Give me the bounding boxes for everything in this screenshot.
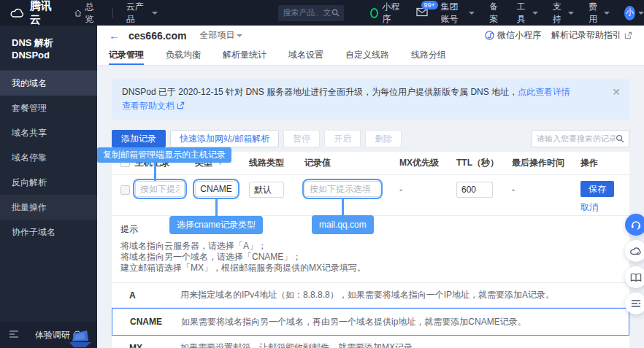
- nav-group-account[interactable]: 集团账号: [441, 1, 475, 26]
- search-icon[interactable]: [616, 134, 624, 143]
- user-avatar[interactable]: 小: [624, 6, 635, 20]
- tencent-cloud-logo[interactable]: 腾讯云: [10, 0, 57, 27]
- chevron-down-icon: [604, 12, 610, 15]
- home-icon: [74, 9, 82, 18]
- chevron-down-icon[interactable]: [638, 12, 644, 15]
- host-record-input[interactable]: [135, 181, 185, 197]
- cancel-link[interactable]: 取消: [580, 201, 621, 214]
- sidebar-title: DNS 解析 DNSPod: [0, 26, 97, 71]
- sidebar-item-domain-parking[interactable]: 域名停靠: [0, 145, 97, 170]
- content-area: DNSPod 已于 2020-12-15 针对 DNS 服务器地址进行全面升级，…: [97, 66, 644, 348]
- record-type-row-mx: MX 如果需要设置邮箱，让邮箱能收到邮件，就需要添加MX记录。: [112, 336, 629, 348]
- nav-icp[interactable]: 备案: [489, 1, 502, 26]
- quick-add-button[interactable]: 快速添加网站/邮箱解析: [170, 130, 279, 147]
- nav-products[interactable]: 云产品: [126, 1, 158, 26]
- search-icon: [331, 9, 340, 17]
- record-type-row-cname: CNAME 如果需要将域名指向另一个域名，再由另一个域名提供ip地址，就需要添加…: [112, 308, 629, 336]
- new-record-form-row: - - 保存 取消: [112, 175, 629, 216]
- ttl-input[interactable]: [456, 182, 493, 198]
- cloud-feedback-button[interactable]: [625, 240, 644, 262]
- list-icon: [631, 299, 641, 308]
- chevron-down-icon: [152, 12, 158, 15]
- close-icon[interactable]: ✕: [612, 85, 621, 99]
- global-search-input[interactable]: 搜索产品、文档...: [278, 5, 344, 21]
- save-button[interactable]: 保存: [580, 181, 614, 197]
- documentation-button[interactable]: [625, 266, 644, 288]
- survey-list-button[interactable]: [625, 293, 644, 314]
- banner-detail-link[interactable]: 点此查看详情: [518, 87, 570, 97]
- record-type-table: A 用来指定域名的IPv4地址（如：8.8.8.8），如果需要将域名指向一个IP…: [112, 282, 629, 348]
- tab-bar: 记录管理 负载均衡 解析量统计 域名设置 自定义线路 线路分组: [97, 45, 644, 66]
- wechat-miniprogram-link[interactable]: 微信小程序: [485, 29, 541, 42]
- survey-boat-illustration: [65, 328, 96, 348]
- start-button[interactable]: 开启: [324, 130, 361, 147]
- nav-messages[interactable]: 99+: [416, 7, 428, 19]
- type-input-highlight: [193, 179, 239, 199]
- tab-record-management[interactable]: 记录管理: [109, 45, 144, 65]
- tooltip-connector-line: [342, 198, 344, 217]
- open-book-icon: [630, 273, 642, 282]
- record-value-input[interactable]: [304, 181, 380, 197]
- floating-action-bar: [625, 214, 644, 314]
- record-search-box: [532, 130, 629, 147]
- collapse-sidebar-icon[interactable]: [9, 330, 19, 341]
- chevron-down-icon: [568, 12, 574, 15]
- delete-button[interactable]: 删除: [365, 130, 402, 147]
- tab-custom-lines[interactable]: 自定义线路: [345, 45, 389, 65]
- type-tooltip: 选择cname记录类型: [169, 216, 263, 234]
- nav-overview[interactable]: 总览: [74, 1, 99, 26]
- message-count-badge: 99+: [421, 1, 438, 9]
- page-header: ← ces666.com 全部项目 微信小程序 解析记录帮助指引: [97, 26, 644, 45]
- cloud-icon: [10, 7, 25, 19]
- back-arrow-icon[interactable]: ←: [109, 29, 120, 42]
- tab-resolution-statistics[interactable]: 解析量统计: [223, 45, 267, 65]
- tab-load-balancing[interactable]: 负载均衡: [166, 45, 201, 65]
- tip-line: 建立邮箱请选择「MX」，根据邮箱服务商提供的MX记录填写。: [120, 263, 621, 274]
- sidebar-footer: 体验调研: [0, 322, 97, 348]
- sidebar-item-domain-sharing[interactable]: 域名共享: [0, 120, 97, 145]
- nav-support[interactable]: 支持: [553, 1, 574, 26]
- nav-billing[interactable]: 费用: [589, 1, 610, 26]
- headset-icon: [630, 219, 642, 231]
- record-type-input[interactable]: [195, 181, 237, 197]
- sidebar-item-my-domains[interactable]: 我的域名: [0, 71, 97, 96]
- banner-text: DNSPod 已于 2020-12-15 针对 DNS 服务器地址进行全面升级，…: [122, 87, 518, 97]
- last-op-value: -: [512, 181, 572, 195]
- records-card: 主机记录 类型 线路类型 记录值 MX优先级 TTL（秒） 最后操作时间 操作: [112, 152, 629, 348]
- add-record-button[interactable]: 添加记录: [112, 130, 166, 147]
- customer-service-button[interactable]: [625, 214, 644, 236]
- value-input-highlight: [302, 179, 383, 199]
- host-input-highlight: [133, 179, 187, 199]
- record-search-input[interactable]: [537, 134, 616, 143]
- record-help-link[interactable]: 解析记录帮助指引: [551, 29, 632, 42]
- banner-doc-link[interactable]: 查看帮助文档: [122, 101, 175, 111]
- column-ttl: TTL（秒）: [456, 157, 512, 169]
- column-line: 线路类型: [249, 157, 304, 169]
- sidebar-item-reverse-dns[interactable]: 反向解析: [0, 170, 97, 195]
- sidebar-item-plan-management[interactable]: 套餐管理: [0, 96, 97, 120]
- project-filter-dropdown[interactable]: 全部项目: [199, 29, 242, 42]
- column-mx: MX优先级: [399, 157, 456, 169]
- tip-line: 将域名指向云服务器，请选择「A」；: [120, 241, 621, 252]
- tab-line-groups[interactable]: 线路分组: [411, 45, 446, 65]
- mx-priority-value: -: [399, 181, 456, 195]
- nav-tools[interactable]: 工具: [517, 1, 538, 26]
- column-value: 记录值: [304, 157, 399, 169]
- sidebar-item-batch-operations[interactable]: 批量操作: [0, 195, 97, 220]
- topbar: 腾讯云 总览 云产品 搜索产品、文档... 小程序 99+ 集团账号 备案 工具…: [0, 0, 644, 26]
- chevron-down-icon: [237, 34, 242, 37]
- column-last-op: 最后操作时间: [512, 157, 572, 169]
- nav-miniprogram[interactable]: 小程序: [370, 1, 399, 26]
- tab-domain-settings[interactable]: 域名设置: [288, 45, 323, 65]
- row-checkbox: [120, 185, 130, 195]
- value-tooltip: mail.qq.com: [312, 215, 374, 234]
- sidebar-item-collaborative-subdomain[interactable]: 协作子域名: [0, 220, 97, 244]
- tooltip-connector-line: [154, 162, 156, 181]
- upgrade-notice-banner: DNSPod 已于 2020-12-15 针对 DNS 服务器地址进行全面升级，…: [112, 79, 629, 120]
- line-type-input[interactable]: [249, 182, 284, 198]
- column-ops: 操作: [572, 157, 621, 169]
- brand-label: 腾讯云: [30, 0, 57, 27]
- chevron-down-icon: [469, 12, 475, 15]
- external-link-icon: [177, 101, 185, 109]
- pause-button[interactable]: 暂停: [283, 130, 320, 147]
